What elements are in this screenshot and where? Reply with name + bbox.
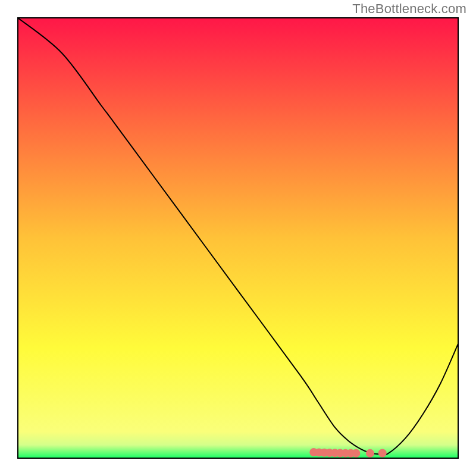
highlighted-point <box>378 449 387 457</box>
highlighted-point <box>366 449 374 458</box>
chart-canvas <box>0 0 476 476</box>
plot-background <box>18 18 458 458</box>
highlighted-point <box>352 449 360 458</box>
